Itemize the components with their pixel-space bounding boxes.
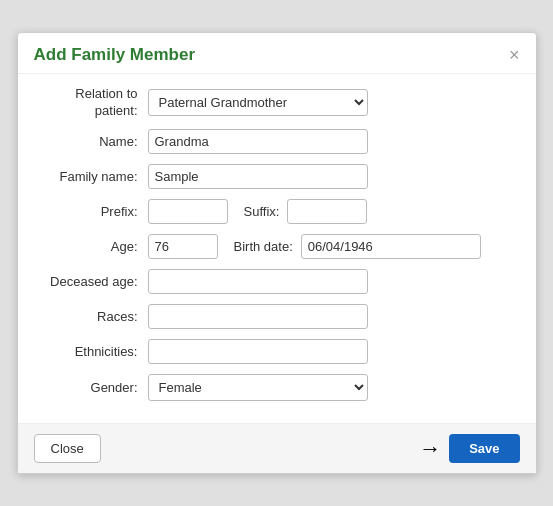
save-button[interactable]: Save [449,434,519,463]
age-birthdate-row: Age: Birth date: [38,234,516,259]
birthdate-input[interactable] [301,234,481,259]
relation-row: Relation to patient: Paternal Grandmothe… [38,86,516,120]
close-button[interactable]: Close [34,434,101,463]
dialog-body: Relation to patient: Paternal Grandmothe… [18,74,536,424]
suffix-group: Suffix: [244,199,368,224]
gender-label: Gender: [38,380,148,395]
deceased-age-input[interactable] [148,269,368,294]
age-input[interactable] [148,234,218,259]
arrow-icon: → [419,436,441,462]
family-name-label: Family name: [38,169,148,184]
ethnicities-row: Ethnicities: [38,339,516,364]
races-input[interactable] [148,304,368,329]
dialog-header: Add Family Member × [18,33,536,74]
prefix-input[interactable] [148,199,228,224]
family-name-input[interactable] [148,164,368,189]
add-family-member-dialog: Add Family Member × Relation to patient:… [17,32,537,475]
gender-select[interactable]: Female Male Unknown Other [148,374,368,401]
name-label: Name: [38,134,148,149]
dialog-footer: Close → Save [18,423,536,473]
deceased-age-label: Deceased age: [38,274,148,289]
prefix-suffix-row: Prefix: Suffix: [38,199,516,224]
name-input[interactable] [148,129,368,154]
prefix-label: Prefix: [38,204,148,219]
age-label: Age: [38,239,148,254]
close-x-button[interactable]: × [509,46,520,64]
birthdate-label: Birth date: [234,239,293,254]
suffix-label: Suffix: [244,204,280,219]
races-label: Races: [38,309,148,324]
dialog-title: Add Family Member [34,45,196,65]
suffix-input[interactable] [287,199,367,224]
ethnicities-label: Ethnicities: [38,344,148,359]
relation-label: Relation to patient: [38,86,148,120]
arrow-save-group: → Save [419,434,519,463]
relation-select[interactable]: Paternal Grandmother Maternal Grandmothe… [148,89,368,116]
name-row: Name: [38,129,516,154]
ethnicities-input[interactable] [148,339,368,364]
family-name-row: Family name: [38,164,516,189]
deceased-age-row: Deceased age: [38,269,516,294]
gender-row: Gender: Female Male Unknown Other [38,374,516,401]
races-row: Races: [38,304,516,329]
birthdate-group: Birth date: [234,234,481,259]
